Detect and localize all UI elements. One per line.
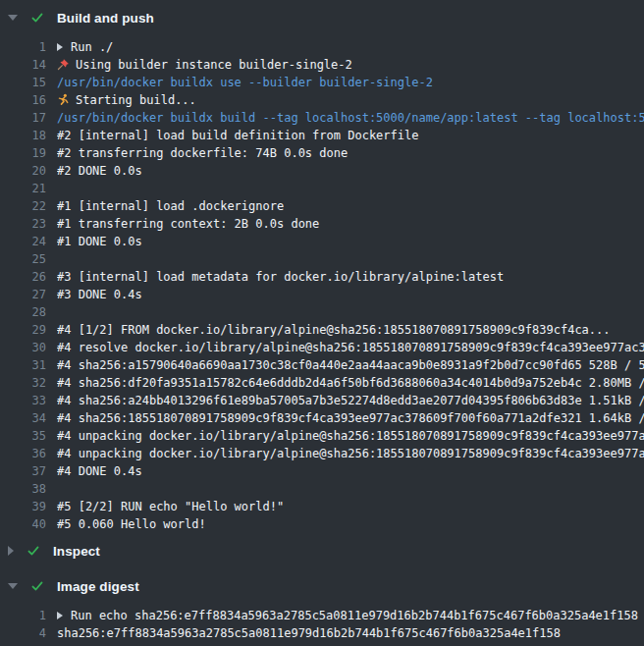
- line-number[interactable]: 35: [0, 427, 46, 445]
- log-line: 14Using builder instance builder-single-…: [0, 56, 644, 74]
- log-lines: 1Run echo sha256:e7ff8834a5963a2785c5a08…: [0, 607, 644, 642]
- log-line: 38: [0, 480, 644, 498]
- check-success-icon: [27, 544, 40, 558]
- line-number[interactable]: 37: [0, 462, 46, 480]
- log-section-build-and-push: Build and push 1Run ./14Using builder in…: [0, 0, 644, 533]
- log-line: 35#4 unpacking docker.io/library/alpine@…: [0, 427, 644, 445]
- group-toggle-icon[interactable]: [57, 612, 63, 619]
- log-text: #5 [2/2] RUN echo "Hello world!": [57, 498, 644, 515]
- log-line: 23#1 transferring context: 2B 0.0s done: [0, 215, 644, 233]
- log-text: [57, 480, 644, 498]
- log-text: #4 unpacking docker.io/library/alpine@sh…: [57, 427, 644, 445]
- chevron-down-icon[interactable]: [8, 583, 18, 589]
- log-text: #4 DONE 0.4s: [57, 462, 644, 480]
- log-line: 17/usr/bin/docker buildx build --tag loc…: [0, 109, 644, 127]
- line-number[interactable]: 25: [0, 250, 46, 268]
- line-number[interactable]: 32: [0, 374, 46, 392]
- log-line: 15/usr/bin/docker buildx use --builder b…: [0, 74, 644, 91]
- log-line: 16Starting build...: [0, 91, 644, 109]
- group-toggle-icon[interactable]: [57, 43, 63, 51]
- log-text: #4 sha256:185518070891758909c9f839cf4ca3…: [57, 409, 644, 427]
- line-number[interactable]: 4: [0, 624, 46, 642]
- line-number[interactable]: 17: [0, 109, 46, 127]
- section-header-build-and-push[interactable]: Build and push: [0, 0, 644, 35]
- log-text: #4 unpacking docker.io/library/alpine@sh…: [57, 445, 644, 462]
- line-number[interactable]: 23: [0, 215, 46, 233]
- log-text: /usr/bin/docker buildx build --tag local…: [57, 109, 644, 127]
- log-line: 4sha256:e7ff8834a5963a2785c5a0811e979d16…: [0, 624, 644, 642]
- log-text: Starting build...: [57, 91, 644, 109]
- log-line: 1Run ./: [0, 38, 644, 56]
- log-text: #4 sha256:df20fa9351a15782c64e6dddb2d4a6…: [57, 374, 644, 392]
- section-title: Image digest: [57, 579, 139, 594]
- log-text: #4 sha256:a15790640a6690aa1730c38cf0a440…: [57, 356, 644, 374]
- log-line: 37#4 DONE 0.4s: [0, 462, 644, 480]
- line-number[interactable]: 36: [0, 445, 46, 462]
- line-number[interactable]: 29: [0, 321, 46, 339]
- log-section-image-digest: Image digest 1Run echo sha256:e7ff8834a5…: [0, 568, 644, 642]
- log-line: 34#4 sha256:185518070891758909c9f839cf4c…: [0, 409, 644, 427]
- log-text: #1 transferring context: 2B 0.0s done: [57, 215, 644, 233]
- section-title: Build and push: [57, 11, 154, 26]
- log-text: #1 [internal] load .dockerignore: [57, 197, 644, 215]
- log-text: #4 resolve docker.io/library/alpine@sha2…: [57, 339, 644, 356]
- line-number[interactable]: 26: [0, 268, 46, 286]
- log-line: 31#4 sha256:a15790640a6690aa1730c38cf0a4…: [0, 356, 644, 374]
- check-success-icon: [30, 579, 44, 593]
- log-line: 24#1 DONE 0.0s: [0, 233, 644, 250]
- log-section-inspect: Inspect: [0, 533, 644, 568]
- section-header-image-digest[interactable]: Image digest: [0, 568, 644, 604]
- log-lines: 1Run ./14Using builder instance builder-…: [0, 38, 644, 533]
- log-line: 29#4 [1/2] FROM docker.io/library/alpine…: [0, 321, 644, 339]
- section-header-inspect[interactable]: Inspect: [0, 533, 644, 568]
- section-title: Inspect: [53, 544, 100, 559]
- log-line: 19#2 transferring dockerfile: 74B 0.0s d…: [0, 144, 644, 162]
- line-number[interactable]: 34: [0, 409, 46, 427]
- log-line: 33#4 sha256:a24bb4013296f61e89ba57005a7b…: [0, 392, 644, 409]
- log-line: 22#1 [internal] load .dockerignore: [0, 197, 644, 215]
- log-text: [57, 303, 644, 321]
- line-number[interactable]: 27: [0, 286, 46, 303]
- workflow-log-viewer: Build and push 1Run ./14Using builder in…: [0, 0, 644, 646]
- log-line: 26#3 [internal] load metadata for docker…: [0, 268, 644, 286]
- log-line: 36#4 unpacking docker.io/library/alpine@…: [0, 445, 644, 462]
- line-number[interactable]: 21: [0, 180, 46, 197]
- line-number[interactable]: 24: [0, 233, 46, 250]
- log-line: 40#5 0.060 Hello world!: [0, 515, 644, 533]
- line-number[interactable]: 14: [0, 56, 46, 74]
- line-number[interactable]: 28: [0, 303, 46, 321]
- line-number[interactable]: 1: [0, 38, 46, 56]
- log-line: 1Run echo sha256:e7ff8834a5963a2785c5a08…: [0, 607, 644, 624]
- line-number[interactable]: 40: [0, 515, 46, 533]
- line-number[interactable]: 16: [0, 91, 46, 109]
- line-number[interactable]: 20: [0, 162, 46, 180]
- line-number[interactable]: 19: [0, 144, 46, 162]
- log-line: 28: [0, 303, 644, 321]
- line-number[interactable]: 39: [0, 498, 46, 515]
- log-text: sha256:e7ff8834a5963a2785c5a0811e979d16b…: [57, 624, 644, 642]
- log-text: [57, 180, 644, 197]
- log-line: 18#2 [internal] load build definition fr…: [0, 127, 644, 144]
- line-number[interactable]: 18: [0, 127, 46, 144]
- line-number[interactable]: 30: [0, 339, 46, 356]
- log-line: 21: [0, 180, 644, 197]
- log-text: #4 [1/2] FROM docker.io/library/alpine@s…: [57, 321, 644, 339]
- log-text: #5 0.060 Hello world!: [57, 515, 644, 533]
- log-text: #3 DONE 0.4s: [57, 286, 644, 303]
- log-text: #2 transferring dockerfile: 74B 0.0s don…: [57, 144, 644, 162]
- log-line: 20#2 DONE 0.0s: [0, 162, 644, 180]
- line-number[interactable]: 33: [0, 392, 46, 409]
- line-number[interactable]: 15: [0, 74, 46, 91]
- log-line: 27#3 DONE 0.4s: [0, 286, 644, 303]
- runner-icon: [57, 93, 70, 106]
- pushpin-icon: [57, 58, 70, 71]
- chevron-right-icon[interactable]: [8, 546, 14, 556]
- line-number[interactable]: 1: [0, 607, 46, 624]
- line-number[interactable]: 31: [0, 356, 46, 374]
- log-text: #1 DONE 0.0s: [57, 233, 644, 250]
- line-number[interactable]: 38: [0, 480, 46, 498]
- line-number[interactable]: 22: [0, 197, 46, 215]
- log-text: #2 DONE 0.0s: [57, 162, 644, 180]
- log-line: 32#4 sha256:df20fa9351a15782c64e6dddb2d4…: [0, 374, 644, 392]
- chevron-down-icon[interactable]: [8, 15, 18, 21]
